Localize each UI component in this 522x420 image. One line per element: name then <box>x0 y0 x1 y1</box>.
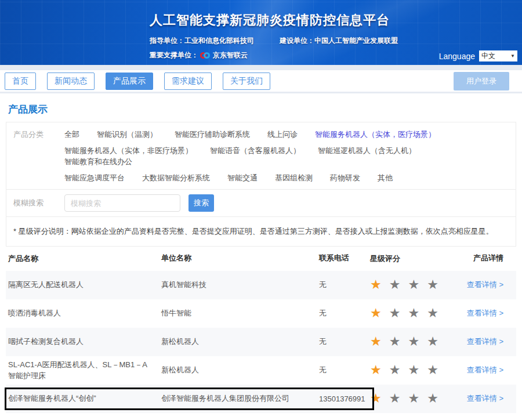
category-option[interactable]: 线上问诊 <box>267 130 298 139</box>
header-company-name: 单位名称 <box>157 253 309 265</box>
detail-cell: 查看详情 > <box>458 308 516 318</box>
support-unit-name: 京东智联云 <box>213 50 248 60</box>
nav-tab[interactable]: 产品展示 <box>106 73 153 90</box>
phone-cell: 13501376991 <box>309 394 365 403</box>
divider <box>0 65 522 70</box>
view-details-link[interactable]: 查看详情 > <box>467 365 503 374</box>
view-details-link[interactable]: 查看详情 > <box>467 280 503 289</box>
category-option[interactable]: 全部 <box>64 130 79 139</box>
category-option[interactable]: 智能语音（含客服机器人） <box>210 146 300 155</box>
star-icon: ★ <box>408 278 419 291</box>
category-option[interactable]: 智能服务机器人（实体，非医疗场景） <box>64 146 193 155</box>
table-row: 隔离区无人配送机器人真机智能科技无★★★★查看详情 > <box>6 271 516 299</box>
build-unit: 建设单位：中国人工智能产业发展联盟 <box>280 36 398 46</box>
star-icon: ★ <box>427 364 438 376</box>
detail-cell: 查看详情 > <box>458 280 516 290</box>
jd-cloud-logo-icon <box>200 52 210 59</box>
star-icon: ★ <box>389 364 401 376</box>
search-input[interactable] <box>64 194 180 212</box>
table-row: 普渡科技智能递送机器人深圳普渡科技公司13418618500★★★★查看详情 > <box>6 413 516 420</box>
product-name-cell: 咽拭子检测复合机器人 <box>6 336 157 347</box>
nav-tab[interactable]: 首页 <box>5 73 36 90</box>
language-label: Language <box>439 52 475 61</box>
company-name-cell: 创泽智能服务机器人集团股份有限公司 <box>157 393 309 404</box>
category-option[interactable]: 智能教育和在线办公 <box>64 157 132 166</box>
star-rating: ★★★★ <box>365 307 458 320</box>
table-header: 产品名称 单位名称 联系电话 星级评分 产品详情 <box>6 247 516 271</box>
language-value: 中文 <box>481 51 495 61</box>
star-icon: ★ <box>370 278 382 291</box>
company-name-cell: 新松机器人 <box>157 336 309 347</box>
company-name-cell: 新松机器人 <box>157 365 309 375</box>
company-name-cell: 真机智能科技 <box>157 280 309 290</box>
support-unit-label: 重要支撑单位： <box>150 50 198 60</box>
header-star-rating: 星级评分 <box>365 253 458 265</box>
detail-cell: 查看详情 > <box>458 336 516 347</box>
detail-cell: 查看详情 > <box>458 365 516 375</box>
header-phone: 联系电话 <box>309 253 365 265</box>
category-line: 智能服务机器人（实体，非医疗场景）智能语音（含客服机器人）智能巡逻机器人（含无人… <box>64 145 516 167</box>
category-option[interactable]: 其他 <box>378 173 393 182</box>
phone-cell: 无 <box>309 336 365 347</box>
site-title: 人工智能支撑新冠肺炎疫情防控信息平台 <box>150 12 398 29</box>
star-icon: ★ <box>408 335 419 348</box>
star-icon: ★ <box>370 364 382 376</box>
star-rating: ★★★★ <box>365 392 458 405</box>
product-name-cell: 创泽智能服务机器人“创创” <box>6 393 157 404</box>
user-login-button[interactable]: 用户登录 <box>454 72 509 90</box>
nav-tabs: 首页新闻动态产品展示需求建议关于我们 <box>5 73 281 90</box>
category-option[interactable]: 智能交通 <box>227 173 258 182</box>
main-nav: 首页新闻动态产品展示需求建议关于我们 用户登录 <box>0 70 522 93</box>
category-line: 全部智能识别（温测）智能医疗辅助诊断系统线上问诊智能服务机器人（实体，医疗场景） <box>64 129 516 140</box>
header-product-detail: 产品详情 <box>458 253 516 265</box>
search-button[interactable]: 搜索 <box>188 194 214 212</box>
page-title: 产品展示 <box>8 103 514 116</box>
star-icon: ★ <box>427 335 438 348</box>
category-option[interactable]: 基因组检测 <box>275 173 313 182</box>
nav-tab[interactable]: 新闻动态 <box>47 73 95 90</box>
phone-cell: 无 <box>309 365 365 375</box>
star-icon: ★ <box>427 392 438 405</box>
category-options: 全部智能识别（温测）智能医疗辅助诊断系统线上问诊智能服务机器人（实体，医疗场景）… <box>64 127 516 184</box>
top-banner: 人工智能支撑新冠肺炎疫情防控信息平台 指导单位：工业和信息化部科技司 建设单位：… <box>0 0 522 65</box>
filter-panel: 产品分类 全部智能识别（温测）智能医疗辅助诊断系统线上问诊智能服务机器人（实体，… <box>6 122 516 247</box>
nav-tab[interactable]: 需求建议 <box>164 73 212 90</box>
star-icon: ★ <box>427 278 438 291</box>
language-select[interactable]: 中文 ▼ <box>479 50 517 61</box>
star-icon: ★ <box>370 392 382 405</box>
category-option[interactable]: 智能识别（温测） <box>97 130 157 139</box>
guide-unit: 指导单位：工业和信息化部科技司 <box>150 36 254 46</box>
category-filter-label: 产品分类 <box>6 127 64 184</box>
category-option[interactable]: 智能医疗辅助诊断系统 <box>175 130 250 139</box>
product-table: 隔离区无人配送机器人真机智能科技无★★★★查看详情 >喷洒消毒机器人悟牛智能无★… <box>6 271 516 420</box>
view-details-link[interactable]: 查看详情 > <box>467 309 503 317</box>
star-icon: ★ <box>408 364 419 376</box>
product-name-cell: 喷洒消毒机器人 <box>6 307 157 319</box>
category-option[interactable]: 智能应急调度平台 <box>64 173 125 182</box>
category-option[interactable]: 大数据智能分析系统 <box>142 173 210 182</box>
phone-cell: 无 <box>309 308 365 318</box>
category-option[interactable]: 药物研发 <box>330 173 360 182</box>
star-icon: ★ <box>389 278 401 291</box>
star-icon: ★ <box>389 335 401 348</box>
star-rating: ★★★★ <box>365 364 458 376</box>
star-icon: ★ <box>370 335 382 348</box>
star-rating: ★★★★ <box>365 278 458 291</box>
rating-note: * 星级评分说明：网站依据企业的产品资料是否完整、是否提交应用证明、是否通过第三… <box>6 222 501 241</box>
star-icon: ★ <box>370 307 382 320</box>
star-icon: ★ <box>408 307 419 320</box>
category-option[interactable]: 智能服务机器人（实体，医疗场景） <box>315 130 436 139</box>
phone-cell: 无 <box>309 280 365 290</box>
category-option[interactable]: 智能巡逻机器人（含无人机） <box>318 146 416 155</box>
view-details-link[interactable]: 查看详情 > <box>467 394 503 403</box>
star-icon: ★ <box>408 392 419 405</box>
view-details-link[interactable]: 查看详情 > <box>467 337 503 346</box>
star-icon: ★ <box>389 392 401 405</box>
search-label: 模糊搜索 <box>6 198 64 208</box>
nav-tab[interactable]: 关于我们 <box>223 73 270 90</box>
product-name-cell: 隔离区无人配送机器人 <box>6 279 157 291</box>
dropdown-arrow-icon: ▼ <box>510 53 515 59</box>
category-line: 智能应急调度平台大数据智能分析系统智能交通基因组检测药物研发其他 <box>64 172 516 183</box>
table-row: SL-AC1-A医用配送机器人、SL－MB1－A智能护理床新松机器人无★★★★查… <box>6 356 516 385</box>
detail-cell: 查看详情 > <box>458 393 516 404</box>
